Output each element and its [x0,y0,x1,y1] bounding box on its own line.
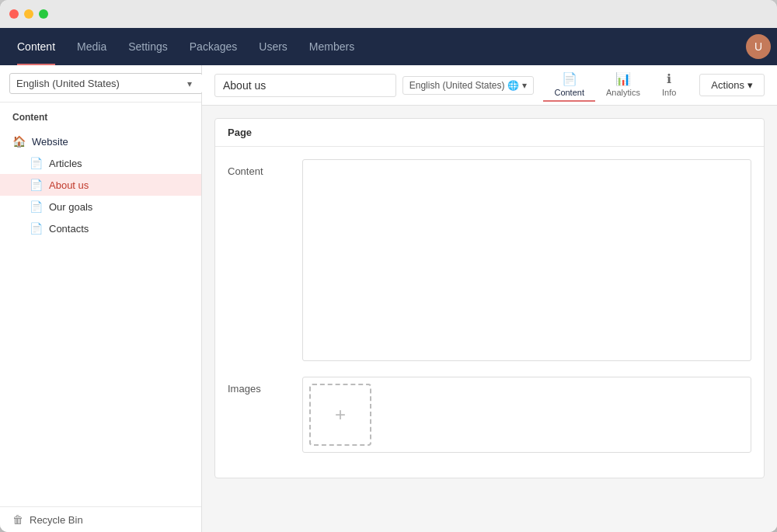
images-field-label: Images [228,377,290,395]
actions-chevron-icon: ▾ [747,79,753,91]
page-content: Page Content Images [202,106,777,532]
sidebar-section-title: Content [0,103,201,127]
navbar: Content Media Settings Packages Users Me… [0,28,777,65]
info-tab-icon: ℹ [667,71,671,86]
tree-item-our-goals[interactable]: 📄 Our goals [0,196,201,217]
plus-icon: + [335,404,346,426]
nav-item-media[interactable]: Media [66,28,117,65]
images-field-row: Images + [228,377,751,453]
tree-item-about-us[interactable]: 📄 About us [0,174,201,196]
content-tab-icon: 📄 [562,71,577,86]
content-field-input [302,159,751,364]
tab-content[interactable]: 📄 Content [543,68,595,102]
language-selector: English (United States) ▾ [0,65,201,103]
tree-item-contacts[interactable]: 📄 Contacts [0,217,201,239]
analytics-tab-icon: 📊 [615,71,631,86]
panel-body: Content Images + [215,147,764,478]
content-field-label: Content [228,159,290,177]
page-icon: 📄 [30,179,43,191]
images-field-input: + [302,377,751,453]
nav-item-members[interactable]: Members [298,28,365,65]
chevron-down-icon: ▾ [522,80,527,91]
actions-button[interactable]: Actions ▾ [699,74,765,96]
tree-item-website[interactable]: 🏠 Website [0,130,201,152]
tab-info[interactable]: ℹ Info [651,68,687,102]
nav-item-settings[interactable]: Settings [117,28,179,65]
content-field-row: Content [228,159,751,364]
minimize-button[interactable] [24,9,33,19]
avatar[interactable]: U [746,34,771,59]
sidebar: English (United States) ▾ Content 🏠 Webs… [0,65,202,532]
app-window: Content Media Settings Packages Users Me… [0,0,777,532]
trash-icon: 🗑 [12,513,23,526]
nav-item-content[interactable]: Content [6,28,66,65]
main-area: English (United States) ▾ Content 🏠 Webs… [0,65,777,532]
page-icon: 📄 [30,222,43,235]
home-icon: 🏠 [12,135,26,148]
panel-header: Page [215,119,764,147]
content-textarea[interactable] [302,159,751,361]
tree-item-articles[interactable]: 📄 Articles [0,152,201,174]
content-area: English (United States) 🌐 ▾ 📄 Content 📊 … [202,65,777,532]
titlebar [0,0,777,28]
toolbar-tabs: 📄 Content 📊 Analytics ℹ Info [543,68,687,102]
language-select[interactable]: English (United States) [9,73,203,94]
nav-item-users[interactable]: Users [248,28,298,65]
flag-icon: 🌐 [507,80,519,91]
nav-item-packages[interactable]: Packages [179,28,248,65]
content-language-badge[interactable]: English (United States) 🌐 ▾ [402,76,535,95]
close-button[interactable] [9,9,19,19]
content-toolbar: English (United States) 🌐 ▾ 📄 Content 📊 … [202,65,777,106]
recycle-bin-item[interactable]: 🗑 Recycle Bin [0,506,201,532]
images-area: + [302,377,751,453]
tab-analytics[interactable]: 📊 Analytics [595,68,651,102]
add-image-button[interactable]: + [309,384,371,446]
page-icon: 📄 [30,157,43,169]
page-title-input[interactable] [214,74,396,97]
maximize-button[interactable] [39,9,48,19]
page-icon: 📄 [30,200,43,213]
sidebar-tree: 🏠 Website 📄 Articles 📄 About us 📄 Our go… [0,127,201,506]
page-panel: Page Content Images [214,118,765,478]
